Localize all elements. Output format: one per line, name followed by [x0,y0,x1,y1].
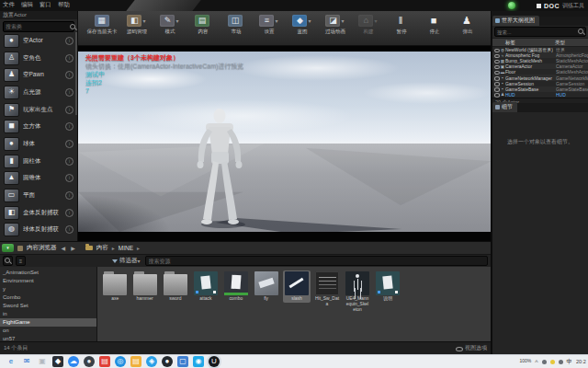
menu-item[interactable]: 文件 [3,1,15,9]
place-actors-search-input[interactable] [4,24,70,29]
place-actor-item[interactable]: ● 球体 [0,135,77,153]
place-actors-search[interactable] [3,21,74,32]
tab-world-outliner[interactable]: 世界大纲视图 [492,16,539,26]
folder-tree-item[interactable]: Sword Set [0,302,96,310]
asset-search-input[interactable] [146,259,476,264]
github-icon[interactable]: ● [162,356,173,367]
menu-item[interactable]: 窗口 [40,1,51,9]
place-actor-item[interactable]: ☀ 点光源 [0,84,77,101]
column-type[interactable]: 类型 [555,40,588,46]
place-actor-item[interactable]: ▮ 圆柱体 [0,153,77,170]
netdisk-icon[interactable]: ☁ [68,356,79,367]
mic-icon[interactable] [542,360,547,364]
outliner-row[interactable]: ♟ HUD HUD [492,92,588,98]
sources-toggle-button[interactable]: ≡ [16,256,26,266]
notification-dot-icon[interactable] [508,2,515,9]
add-import-button[interactable]: ▾ [2,244,14,252]
asset-tile[interactable]: combo [222,270,250,303]
menu-item[interactable]: 帮助 [58,1,70,9]
edge-icon[interactable]: e [6,356,17,367]
folder-tree-item[interactable]: Environment [0,277,96,285]
outliner-column-headers[interactable]: 标签 类型 [492,38,588,47]
asset-tile[interactable]: attack [192,270,220,303]
visibility-eye-icon[interactable] [493,70,500,75]
place-actor-item[interactable]: ▲ 圆锥体 [0,170,77,188]
place-actor-item[interactable]: ◍ 球体反射捕获 [0,222,77,239]
place-actor-item[interactable]: ♟ 空Pawn [0,66,77,84]
search-paths-button[interactable] [3,256,13,266]
app-gray-icon[interactable]: ▣ [37,356,48,367]
visibility-eye-icon[interactable] [493,59,500,63]
asset-tile[interactable]: fly [253,270,280,303]
app-red-icon[interactable]: ▤ [99,356,110,367]
column-label[interactable]: 标签 [492,40,555,46]
place-actor-item[interactable]: ● 空Actor [0,32,77,50]
visibility-eye-icon[interactable] [493,92,500,97]
visibility-eye-icon[interactable] [493,48,500,52]
place-actor-item[interactable]: ▭ 平面 [0,187,77,204]
breadcrumb-content[interactable]: 内容 [96,244,108,252]
toolbar-button[interactable]: ▤ 内容 [187,15,218,36]
tray-expand-icon[interactable]: ^ [535,359,537,365]
game-view[interactable]: 光照需要重建（3个未构建对象）镜头切换：使用(CameraActor-Inter… [78,52,492,232]
place-actor-item[interactable]: ◧ 盒体反射捕获 [0,204,77,222]
toolbar-button[interactable]: ‖ 暂停 [386,15,416,36]
outliner-search[interactable] [494,27,586,37]
tab-details[interactable]: 细节 [492,102,517,112]
browser-icon[interactable]: ● [84,356,95,367]
toolbar-button[interactable]: ◪ ▾ 过场动画 [320,15,350,36]
ime-indicator[interactable]: 中 [567,358,573,366]
folder-tree-item[interactable]: FightGame [0,318,96,327]
toolbar-button[interactable]: ◆ ▾ 蓝图 [287,15,317,36]
visibility-eye-icon[interactable] [493,75,500,80]
app-blue-icon[interactable]: ◎ [115,356,126,367]
toolbar-button[interactable]: ≡ ▾ 设置 [254,15,284,36]
outliner-search-input[interactable] [495,29,578,35]
visibility-eye-icon[interactable] [493,53,500,58]
toolbar-button[interactable]: ♟ 弹出 [452,15,482,36]
folder-tree-item[interactable]: y [0,285,96,293]
asset-tile[interactable]: UE4_Mannequin_Skeleton [344,270,371,314]
status-icon[interactable] [550,360,555,364]
app-window-icon[interactable]: ▢ [177,356,188,367]
photos-icon[interactable]: ◉ [193,356,204,367]
filters-button[interactable]: 筛选器 [119,257,138,265]
place-actor-item[interactable]: ◼ 立方体 [0,118,77,135]
asset-tile[interactable]: sword [162,270,189,303]
scrollbar[interactable] [75,32,77,115]
unreal-icon[interactable]: U [209,356,220,367]
asset-tile[interactable]: hammer [131,270,159,303]
clock[interactable]: 20:2 [576,359,587,364]
folder-tree-item[interactable]: Combo [0,293,96,302]
toolbar-button[interactable]: ■ 停止 [419,15,449,36]
content-browser-tab-label[interactable]: 内容浏览器 [27,244,57,252]
folder-tree-item[interactable]: _AnimationSet [0,269,96,277]
folder-orange-icon[interactable]: ▤ [130,356,141,367]
folder-tree-item[interactable]: on [0,327,96,335]
asset-tile[interactable]: Hit_Sw_Data [313,270,341,308]
place-actor-item[interactable]: ♙ 空角色 [0,50,77,67]
toolbar-button[interactable]: ✎ ▾ 模式 [154,15,185,36]
menu-item[interactable]: 编辑 [21,1,33,9]
view-options-button[interactable]: 视图选项 [455,344,492,352]
visibility-eye-icon[interactable] [493,64,500,69]
toolbar-button[interactable]: ◧ ▾ 源码管理 [121,15,152,36]
qq-icon[interactable]: ◈ [146,356,157,367]
asset-search[interactable] [145,256,488,266]
asset-tile[interactable]: slash [283,270,311,303]
mail-icon[interactable]: ✉ [21,356,32,367]
toolbar-button[interactable]: ▦ 保存当前关卡 [85,15,119,36]
level-viewport[interactable]: 光照需要重建（3个未构建对象）镜头切换：使用(CameraActor-Inter… [78,46,492,248]
asset-tile[interactable]: 说明 [374,270,401,303]
back-button[interactable]: ◀ [61,245,67,251]
place-actor-item[interactable]: ⚑ 玩家出生点 [0,101,77,119]
folder-tree-item[interactable]: in [0,310,96,318]
toolbar-button[interactable]: ⌂ ▾ 构建 [353,15,383,36]
visibility-eye-icon[interactable] [493,86,500,91]
volume-icon[interactable] [559,360,563,364]
asset-tile[interactable]: axe [101,270,129,303]
panel-splitter[interactable] [491,11,492,354]
breadcrumb-mine[interactable]: MINE [119,245,133,251]
forward-button[interactable]: ▶ [70,245,76,251]
app-dark-icon[interactable]: ◆ [52,356,63,367]
